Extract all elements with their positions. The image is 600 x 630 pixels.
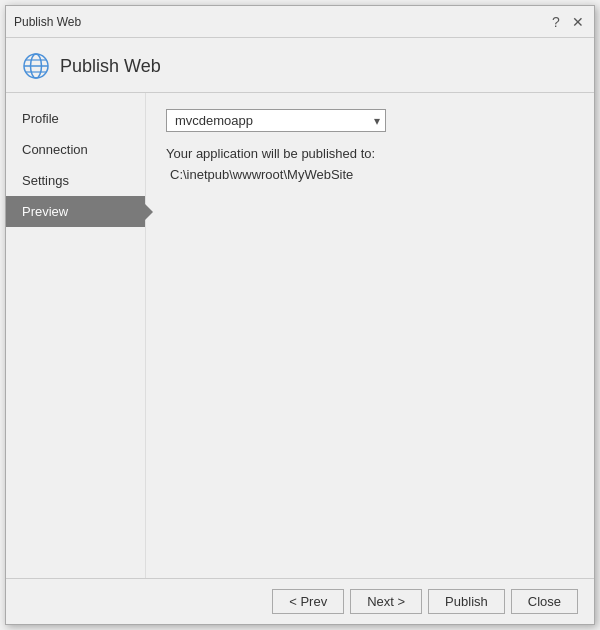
title-bar-left: Publish Web [14, 15, 81, 29]
globe-icon [22, 52, 50, 80]
header-title: Publish Web [60, 56, 161, 77]
content-area: Profile Connection Settings Preview mvcd… [6, 93, 594, 578]
sidebar-item-connection[interactable]: Connection [6, 134, 145, 165]
sidebar-item-settings[interactable]: Settings [6, 165, 145, 196]
publish-web-window: Publish Web ? ✕ Publish Web Profile Conn… [5, 5, 595, 625]
publish-info-text: Your application will be published to: [166, 146, 574, 161]
publish-button[interactable]: Publish [428, 589, 505, 614]
sidebar-label-settings: Settings [22, 173, 69, 188]
sidebar: Profile Connection Settings Preview [6, 93, 146, 578]
help-button[interactable]: ? [548, 14, 564, 30]
close-button[interactable]: Close [511, 589, 578, 614]
sidebar-label-profile: Profile [22, 111, 59, 126]
sidebar-item-preview[interactable]: Preview [6, 196, 145, 227]
title-bar-controls: ? ✕ [548, 14, 586, 30]
sidebar-label-preview: Preview [22, 204, 68, 219]
profile-row: mvcdemoapp [166, 109, 574, 132]
dialog-header: Publish Web [6, 38, 594, 93]
main-panel: mvcdemoapp Your application will be publ… [146, 93, 594, 578]
window-title: Publish Web [14, 15, 81, 29]
profile-select[interactable]: mvcdemoapp [166, 109, 386, 132]
prev-button[interactable]: < Prev [272, 589, 344, 614]
sidebar-item-profile[interactable]: Profile [6, 103, 145, 134]
next-button[interactable]: Next > [350, 589, 422, 614]
footer: < Prev Next > Publish Close [6, 578, 594, 624]
publish-path: C:\inetpub\wwwroot\MyWebSite [170, 167, 574, 182]
title-bar: Publish Web ? ✕ [6, 6, 594, 38]
sidebar-label-connection: Connection [22, 142, 88, 157]
close-window-button[interactable]: ✕ [570, 14, 586, 30]
profile-select-wrapper: mvcdemoapp [166, 109, 386, 132]
